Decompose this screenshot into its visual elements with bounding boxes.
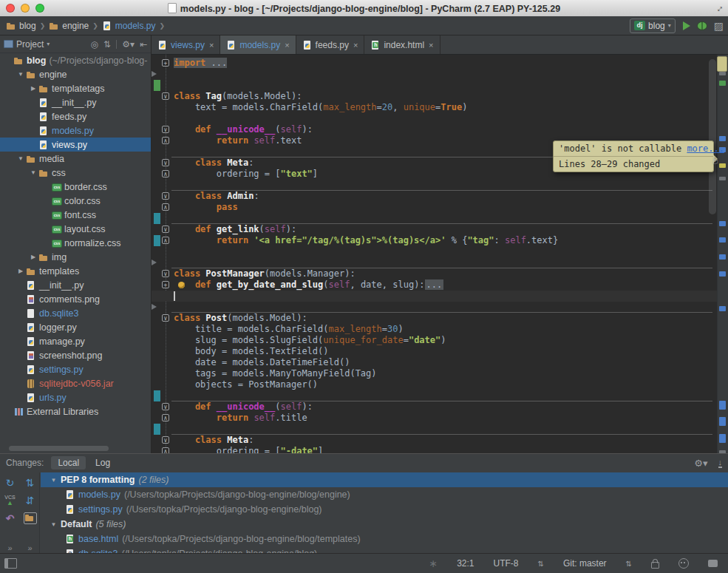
toggle-toolwindows-button[interactable] xyxy=(4,558,17,569)
caret-position-widget[interactable]: 32:1 xyxy=(457,558,474,569)
tree-item-templates[interactable]: ▶templates xyxy=(0,264,151,278)
collapse-arrow-icon[interactable]: ▼ xyxy=(16,155,26,162)
changelist-row-PEP 8 formatting[interactable]: ▼PEP 8 formatting(2 files) xyxy=(41,472,728,487)
fold-marker-icon[interactable]: ∨ xyxy=(162,226,169,233)
tooltip-more-link[interactable]: more... xyxy=(687,143,724,154)
tree-item-External Libraries[interactable]: External Libraries xyxy=(0,404,151,418)
tree-item-models.py[interactable]: models.py xyxy=(0,123,151,138)
stripe-mark[interactable] xyxy=(719,417,726,426)
zoom-window-button[interactable] xyxy=(35,4,44,13)
run-configuration-select[interactable]: dj blog ▾ xyxy=(630,18,676,33)
stripe-mark[interactable] xyxy=(719,72,726,75)
readonly-lock-icon[interactable] xyxy=(651,562,659,569)
tab-feeds.py[interactable]: feeds.py× xyxy=(296,35,365,54)
horizontal-scrollbar[interactable] xyxy=(9,446,109,451)
hector-inspection-icon[interactable] xyxy=(678,558,689,569)
expand-fold-icon[interactable]: + xyxy=(162,59,169,67)
tree-item-font.css[interactable]: font.css xyxy=(0,208,151,222)
expand-fold-icon[interactable]: + xyxy=(162,281,169,288)
tree-item-screenshot.png[interactable]: screenshot.png xyxy=(0,348,151,362)
fold-marker-icon[interactable]: ∨ xyxy=(162,159,169,166)
refresh-button[interactable]: ↻ xyxy=(6,477,15,489)
fold-marker-icon[interactable]: ∧ xyxy=(162,237,169,244)
tree-item-css[interactable]: ▼css xyxy=(0,166,151,180)
settings-gear-button[interactable]: ⚙▾ xyxy=(694,458,707,469)
expand-all-button[interactable]: ⇅ xyxy=(26,477,35,489)
tree-item-engine[interactable]: ▼engine xyxy=(0,67,151,81)
collapse-arrow-icon[interactable]: ▼ xyxy=(48,477,59,484)
collapse-panel-button[interactable]: ⇤ xyxy=(140,39,147,50)
stripe-mark[interactable] xyxy=(719,177,726,180)
fold-region-arrow-icon[interactable] xyxy=(152,304,157,310)
tree-item-border.css[interactable]: border.css xyxy=(0,180,151,194)
fold-marker-icon[interactable]: ∨ xyxy=(162,126,169,133)
chevron-down-icon[interactable]: ▾ xyxy=(47,41,50,47)
hide-panel-button[interactable]: ↓ xyxy=(718,458,723,468)
tree-item-views.py[interactable]: views.py xyxy=(0,138,151,152)
tree-item-settings.py[interactable]: settings.py xyxy=(0,362,151,376)
stripe-mark[interactable] xyxy=(719,136,726,141)
fold-region-arrow-icon[interactable] xyxy=(152,260,157,265)
commit-button[interactable]: VCS▲ xyxy=(4,495,15,506)
stripe-mark[interactable] xyxy=(719,434,726,443)
tree-item-db.sqlite3[interactable]: db.sqlite3 xyxy=(0,306,151,320)
tree-item-logger.py[interactable]: logger.py xyxy=(0,320,151,334)
tree-item-blog[interactable]: blog(~/Projects/django-blog- xyxy=(0,53,151,67)
collapse-arrow-icon[interactable]: ▼ xyxy=(28,169,38,176)
error-stripe[interactable] xyxy=(717,55,728,453)
stripe-mark[interactable] xyxy=(719,254,726,260)
collapse-arrow-icon[interactable]: ▼ xyxy=(48,521,59,528)
fold-marker-icon[interactable]: ∨ xyxy=(162,270,169,277)
tab-models.py[interactable]: models.py× xyxy=(220,35,296,54)
close-tab-icon[interactable]: × xyxy=(209,41,214,50)
tab-views.py[interactable]: views.py× xyxy=(152,35,220,54)
event-log-bubble-icon[interactable] xyxy=(708,560,718,567)
breadcrumb-item-models.py[interactable]: models.py xyxy=(101,21,157,31)
close-tab-icon[interactable]: × xyxy=(429,41,433,50)
expand-arrow-icon[interactable]: ▶ xyxy=(16,268,26,274)
changelist-row-db.sqlite3[interactable]: db.sqlite3(/Users/topka/Projects/django-… xyxy=(41,546,728,553)
tree-item-feeds.py[interactable]: feeds.py xyxy=(0,109,151,123)
expand-arrow-icon[interactable]: ▶ xyxy=(28,85,38,92)
settings-gear-button[interactable]: ⚙▾ xyxy=(122,39,135,50)
intention-bulb-icon[interactable] xyxy=(178,282,185,288)
fold-marker-icon[interactable]: ∧ xyxy=(162,137,169,144)
collapse-all-button[interactable]: ⇵ xyxy=(26,495,35,506)
coverage-button[interactable]: ▨ xyxy=(714,21,724,31)
fold-marker-icon[interactable]: ∧ xyxy=(162,447,169,453)
changes-tab-Log[interactable]: Log xyxy=(89,456,117,469)
expand-arrow-icon[interactable]: ▶ xyxy=(28,254,38,260)
fold-marker-icon[interactable]: ∧ xyxy=(162,170,169,177)
tree-item-normalize.css[interactable]: normalize.css xyxy=(0,236,151,250)
tree-item-img[interactable]: ▶img xyxy=(0,250,151,264)
more-actions-button[interactable]: » xyxy=(27,543,32,552)
close-tab-icon[interactable]: × xyxy=(285,41,289,50)
close-window-button[interactable] xyxy=(6,4,15,13)
stripe-mark[interactable] xyxy=(719,221,726,226)
inspection-indicator[interactable] xyxy=(717,56,727,72)
fold-marker-icon[interactable]: ∨ xyxy=(162,192,169,200)
scroll-to-source-button[interactable]: ⇅ xyxy=(103,39,111,50)
changelist-row-Default[interactable]: ▼Default(5 files) xyxy=(41,517,728,532)
fold-marker-icon[interactable]: ∨ xyxy=(162,92,169,100)
code-editor[interactable]: +import ...∨class Tag(models.Model): tex… xyxy=(152,55,728,453)
debug-button[interactable] xyxy=(698,22,707,30)
breadcrumb-item-blog[interactable]: blog xyxy=(4,21,38,31)
fold-marker-icon[interactable]: ∧ xyxy=(162,414,169,421)
group-by-folder-button[interactable] xyxy=(24,512,37,524)
stripe-mark[interactable] xyxy=(719,237,726,243)
tree-item-urls.py[interactable]: urls.py xyxy=(0,390,151,404)
tree-item-__init__.py[interactable]: __init__.py xyxy=(0,278,151,292)
resize-grip-icon[interactable]: ↔ xyxy=(712,1,727,16)
revert-button[interactable]: ↶ xyxy=(6,512,15,524)
fold-marker-icon[interactable]: ∧ xyxy=(162,203,169,211)
vcs-branch-widget[interactable]: Git: master xyxy=(563,558,607,569)
stripe-mark[interactable] xyxy=(719,401,726,410)
breadcrumb-item-engine[interactable]: engine xyxy=(47,21,90,31)
collapse-arrow-icon[interactable]: ▼ xyxy=(16,71,26,78)
tree-item-color.css[interactable]: color.css xyxy=(0,194,151,208)
tree-item-comments.png[interactable]: comments.png xyxy=(0,292,151,306)
fold-marker-icon[interactable]: ∨ xyxy=(162,314,169,322)
tree-item-__init__.py[interactable]: __init__.py xyxy=(0,95,151,109)
stripe-mark[interactable] xyxy=(719,271,726,277)
